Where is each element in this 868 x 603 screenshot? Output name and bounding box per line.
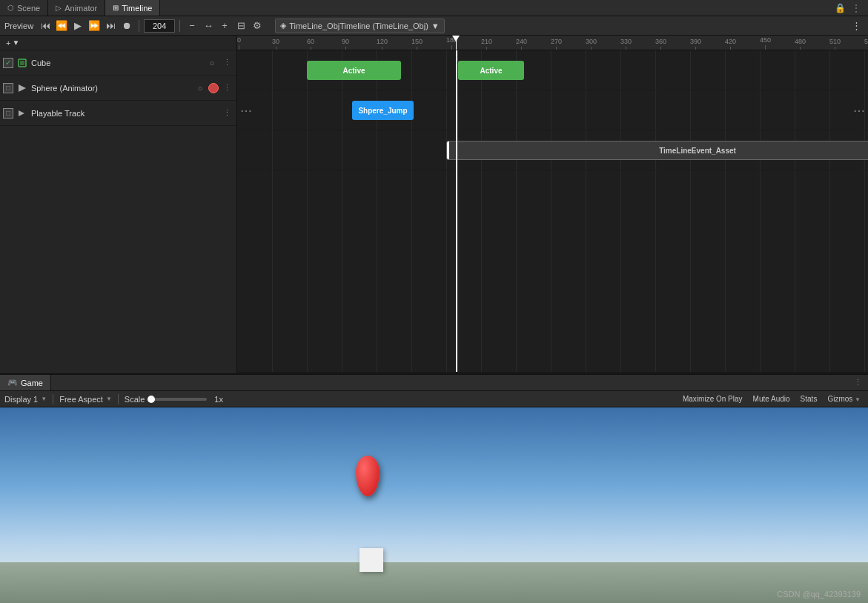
plus-icon: + — [6, 39, 10, 47]
sphere-track-name: Sphere (Animator) — [31, 84, 193, 93]
sphere-track-more-button[interactable]: ⋮ — [220, 81, 233, 95]
timeline-main: + ▼ ✓ Cube ○ ⋮ □ — [0, 36, 868, 382]
play-button[interactable]: ▶ — [70, 19, 85, 33]
ruler-mark-360: 360 — [655, 38, 666, 50]
aspect-dropdown-arrow: ▼ — [106, 396, 112, 402]
game-toolbar-sep-1 — [53, 394, 53, 404]
time-input[interactable] — [144, 19, 175, 33]
game-tab-label: Game — [21, 379, 43, 387]
cube-track-more-button[interactable]: ⋮ — [220, 56, 233, 70]
playable-track-more-button[interactable]: ⋮ — [220, 107, 233, 120]
playable-track-actions: ⋮ — [220, 107, 233, 120]
tracks-panel: + ▼ ✓ Cube ○ ⋮ □ — [0, 36, 237, 382]
prev-frame-button[interactable]: ⏪ — [54, 19, 69, 33]
svg-rect-1 — [20, 61, 24, 65]
tracks-empty-space — [0, 126, 236, 382]
collapse-button[interactable]: ⊟ — [233, 19, 248, 33]
cube-track-actions: ○ ⋮ — [205, 56, 233, 70]
game-panel-more-button[interactable]: ⋮ — [848, 378, 868, 387]
playable-clip-row: TimeLineEvent_Asset — [237, 130, 868, 170]
timeline-toolbar: Preview ⏮ ⏪ ▶ ⏩ ⏭ ⏺ − ↔ + ⊟ ⚙ ◈ TimeLine… — [0, 16, 868, 36]
window-more-icon[interactable]: ⋮ — [852, 3, 861, 13]
cube-track-checkbox[interactable]: ✓ — [3, 58, 13, 68]
ruler-mark-480: 480 — [795, 38, 806, 50]
cube-track-type-icon — [16, 57, 28, 69]
toolbar-separator-1 — [139, 20, 139, 32]
scene-icon: ⬡ — [7, 4, 14, 12]
sphere-right-dots: ⋯ — [853, 103, 865, 117]
stats-button[interactable]: Stats — [798, 395, 821, 403]
fit-button[interactable]: ↔ — [201, 19, 216, 33]
ruler-mark-150: 150 — [411, 38, 423, 50]
mute-audio-button[interactable]: Mute Audio — [750, 395, 793, 403]
zoom-in-button[interactable]: + — [217, 19, 232, 33]
add-track-button[interactable]: + ▼ — [3, 38, 22, 48]
scale-text-label: Scale — [125, 395, 145, 404]
animator-icon: ▷ — [56, 4, 62, 12]
timeline-more-button[interactable]: ⋮ — [849, 19, 864, 33]
gizmos-dropdown-arrow: ▼ — [855, 396, 861, 403]
next-frame-button[interactable]: ⏩ — [87, 19, 102, 33]
ruler-mark-60: 60 — [307, 38, 314, 50]
clip-active-1-label: Active — [342, 67, 365, 75]
timeline-tab-label: Timeline — [122, 4, 152, 13]
maximize-on-play-button[interactable]: Maximize On Play — [680, 395, 746, 403]
scale-slider[interactable] — [148, 398, 207, 401]
game-viewport: CSDN @qq_42393139 — [0, 407, 868, 603]
empty-tracks-space — [237, 170, 868, 372]
clip-sphere-jump[interactable]: Shpere_Jump — [352, 101, 414, 120]
clip-active-2[interactable]: Active — [458, 61, 524, 80]
cube-track-row: ✓ Cube ○ ⋮ — [0, 50, 236, 76]
playable-track-row: □ Playable Track ⋮ — [0, 101, 236, 126]
game-panel: 🎮 Game ⋮ Display 1 ▼ Free Aspect ▼ Scale… — [0, 373, 868, 603]
game-toolbar-sep-2 — [118, 394, 119, 404]
timeline-content: 0 30 60 90 120 150 180 — [237, 36, 868, 382]
ruler-mark-330: 330 — [620, 38, 632, 50]
preview-label: Preview — [4, 21, 33, 30]
tab-animator[interactable]: ▷ Animator — [48, 0, 105, 16]
sphere-track-actions: ○ ⋮ — [193, 81, 233, 95]
playable-checkbox[interactable]: □ — [3, 108, 13, 119]
timeline-obj-name: TimeLine_ObjTimeline (TimeLine_Obj) — [289, 21, 428, 30]
clip-event-label: TimeLineEvent_Asset — [659, 147, 736, 155]
game-tab-icon: 🎮 — [7, 378, 18, 387]
timeline-obj-chevron: ▼ — [431, 21, 440, 30]
ruler-mark-120: 120 — [377, 38, 388, 50]
sphere-track-checkbox[interactable]: □ — [3, 83, 13, 93]
ruler-mark-510: 510 — [829, 38, 841, 50]
gizmos-button[interactable]: Gizmos ▼ — [824, 395, 864, 403]
ruler-mark-540: 540 — [864, 38, 868, 50]
settings-button[interactable]: ⚙ — [250, 19, 265, 33]
scene-tab-label: Scene — [17, 4, 40, 13]
playable-track-icon — [16, 107, 28, 119]
ruler-mark-30: 30 — [272, 38, 279, 50]
go-start-button[interactable]: ⏮ — [38, 19, 53, 33]
sphere-track-record-button[interactable] — [208, 83, 219, 93]
ruler-mark-420: 420 — [725, 38, 736, 50]
aspect-label: Free Aspect — [59, 395, 103, 404]
timeline-object-selector[interactable]: ◈ TimeLine_ObjTimeline (TimeLine_Obj) ▼ — [275, 19, 445, 33]
playable-track-name: Playable Track — [31, 109, 220, 118]
tab-scene[interactable]: ⬡ Scene — [0, 0, 48, 16]
record-button[interactable]: ⏺ — [119, 19, 134, 33]
scale-value: 1x — [214, 395, 223, 404]
clip-sphere-label: Shpere_Jump — [358, 107, 407, 115]
display-dropdown-arrow: ▼ — [41, 396, 47, 402]
add-track-label: ▼ — [12, 39, 19, 47]
toolbar-separator-2 — [179, 20, 180, 32]
sphere-track-circle-button[interactable]: ○ — [193, 81, 207, 95]
game-toolbar: Display 1 ▼ Free Aspect ▼ Scale 1x Maxim… — [0, 391, 868, 407]
cube-track-circle-button[interactable]: ○ — [205, 56, 219, 70]
timeline-ruler[interactable]: 0 30 60 90 120 150 180 — [237, 36, 868, 50]
clip-active-1[interactable]: Active — [307, 61, 401, 80]
clip-timeline-event[interactable]: TimeLineEvent_Asset — [446, 141, 868, 160]
white-cube-object — [360, 548, 383, 572]
ruler-mark-390: 390 — [690, 38, 701, 50]
tab-timeline[interactable]: ⊞ Timeline — [105, 0, 160, 16]
game-tab[interactable]: 🎮 Game — [0, 375, 51, 390]
svg-marker-2 — [19, 84, 26, 92]
ruler-mark-300: 300 — [586, 38, 597, 50]
zoom-out-button[interactable]: − — [185, 19, 199, 33]
go-end-button[interactable]: ⏭ — [103, 19, 118, 33]
game-right-controls: Maximize On Play Mute Audio Stats Gizmos… — [680, 395, 864, 403]
